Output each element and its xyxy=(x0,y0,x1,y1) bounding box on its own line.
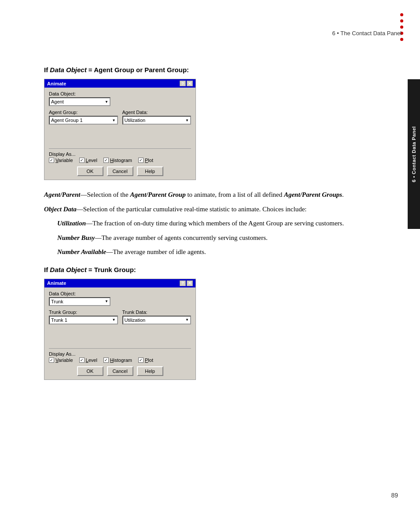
section2-help-button[interactable]: ? xyxy=(180,280,186,286)
main-content: If Data Object = Agent Group or Parent G… xyxy=(44,53,387,390)
trunk-checkbox-plot-box[interactable] xyxy=(138,357,144,363)
agent-data-select[interactable]: Utilization ▼ xyxy=(122,116,192,125)
chapter-number: 6 xyxy=(332,30,335,37)
agent-group-select[interactable]: Agent Group 1 ▼ xyxy=(49,116,118,125)
checkbox-plot[interactable]: Plot xyxy=(138,158,153,163)
para-agent-parent: Agent/Parent—Selection of the Agent/Pare… xyxy=(44,190,365,200)
top-dots-decoration xyxy=(400,13,403,41)
section2-dialog: Animate ? ✕ Data Object: Trunk ▼ Trunk G… xyxy=(44,279,196,380)
trunk-data-object-select[interactable]: Trunk ▼ xyxy=(49,297,111,306)
indent-number-busy: Number Busy—The average number of agents… xyxy=(57,233,365,243)
section1-dialog-title: Animate xyxy=(47,81,66,86)
trunk-help-button[interactable]: Help xyxy=(137,366,163,376)
trunk-row: Trunk Group: Trunk 1 ▼ Trunk Data: Utili… xyxy=(49,309,191,324)
help-button[interactable]: ? xyxy=(180,81,186,86)
section2-heading: If Data Object = Trunk Group: xyxy=(44,266,365,273)
agent-data-label: Agent Data: xyxy=(122,110,192,115)
section1-dialog: Animate ? ✕ Data Object: Agent ▼ Agent G… xyxy=(44,79,196,180)
section2-close-button[interactable]: ✕ xyxy=(187,280,193,286)
agent-group-col: Agent Group: Agent Group 1 ▼ xyxy=(49,110,118,125)
trunk-checkbox-level-box[interactable] xyxy=(79,357,85,363)
section2-dialog-body: Data Object: Trunk ▼ Trunk Group: Trunk … xyxy=(44,287,195,379)
trunk-group-label: Trunk Group: xyxy=(49,309,118,315)
agent-row: Agent Group: Agent Group 1 ▼ Agent Data:… xyxy=(49,110,191,125)
trunk-data-arrow: ▼ xyxy=(185,318,189,322)
trunk-cancel-button[interactable]: Cancel xyxy=(107,366,133,376)
trunk-checkbox-histogram[interactable]: Histogram xyxy=(103,357,132,363)
section1-dialog-body: Data Object: Agent ▼ Agent Group: Agent … xyxy=(44,88,195,180)
checkbox-plot-box[interactable] xyxy=(138,158,144,163)
side-tab: 6 • Contact Data Panel xyxy=(408,79,420,229)
trunk-group-select[interactable]: Trunk 1 ▼ xyxy=(49,316,118,324)
checkbox-histogram-box[interactable] xyxy=(103,158,109,163)
agent-group-label: Agent Group: xyxy=(49,110,118,115)
checkbox-variable[interactable]: Variable xyxy=(49,158,73,163)
trunk-checkbox-plot[interactable]: Plot xyxy=(138,357,153,363)
close-button[interactable]: ✕ xyxy=(187,81,193,86)
checkbox-histogram[interactable]: Histogram xyxy=(103,158,132,163)
data-object-select[interactable]: Agent ▼ xyxy=(49,97,111,106)
trunk-display-as-label: Display As... xyxy=(49,351,191,357)
data-object-row: Data Object: Agent ▼ xyxy=(49,91,191,106)
indent-number-available: Number Available—The average number of i… xyxy=(57,247,365,257)
trunk-empty-space xyxy=(49,328,191,346)
data-object-label: Data Object: xyxy=(49,91,191,96)
section2-titlebar-controls: ? ✕ xyxy=(180,280,193,286)
trunk-checkbox-level[interactable]: Level xyxy=(79,357,97,363)
ok-button[interactable]: OK xyxy=(77,166,103,176)
help-dialog-button[interactable]: Help xyxy=(137,166,163,176)
section2-dialog-title: Animate xyxy=(47,280,66,286)
cancel-button[interactable]: Cancel xyxy=(107,166,133,176)
section1-dialog-buttons: OK Cancel Help xyxy=(49,166,191,176)
trunk-data-select[interactable]: Utilization ▼ xyxy=(122,316,192,324)
display-as-row: Variable Level Histogram Plot xyxy=(49,158,191,163)
section1-dialog-titlebar: Animate ? ✕ xyxy=(44,79,195,88)
trunk-group-col: Trunk Group: Trunk 1 ▼ xyxy=(49,309,118,324)
trunk-ok-button[interactable]: OK xyxy=(77,366,103,376)
section2-heading-italic: Data Object xyxy=(50,266,86,273)
agent-group-arrow: ▼ xyxy=(112,118,116,122)
trunk-checkbox-variable-box[interactable] xyxy=(49,357,54,363)
trunk-group-arrow: ▼ xyxy=(112,318,116,322)
trunk-data-object-label: Data Object: xyxy=(49,291,191,296)
titlebar-controls: ? ✕ xyxy=(180,81,193,86)
header-title: The Contact Data Panel xyxy=(340,30,402,37)
section2-dialog-titlebar: Animate ? ✕ xyxy=(44,279,195,287)
trunk-data-label: Trunk Data: xyxy=(122,309,192,315)
display-as-label: Display As... xyxy=(49,151,191,157)
checkbox-level[interactable]: Level xyxy=(79,158,97,163)
trunk-divider xyxy=(49,348,191,349)
trunk-data-col: Trunk Data: Utilization ▼ xyxy=(122,309,192,324)
trunk-data-object-arrow: ▼ xyxy=(105,299,108,303)
section1-heading-italic: Data Object xyxy=(50,66,86,74)
data-object-arrow: ▼ xyxy=(105,100,108,104)
indent-utilization: Utilization—The fraction of on-duty time… xyxy=(57,218,365,228)
section2-dialog-buttons: OK Cancel Help xyxy=(49,366,191,376)
checkbox-level-box[interactable] xyxy=(79,158,85,163)
indent-items: Utilization—The fraction of on-duty time… xyxy=(44,218,365,257)
para-object-data: Object Data—Selection of the particular … xyxy=(44,204,365,214)
page-number: 89 xyxy=(391,492,398,499)
divider1 xyxy=(49,148,191,149)
agent-data-col: Agent Data: Utilization ▼ xyxy=(122,110,192,125)
page-header: 6 • The Contact Data Panel xyxy=(332,30,402,37)
checkbox-variable-box[interactable] xyxy=(49,158,54,163)
trunk-display-as-row: Variable Level Histogram Plot xyxy=(49,357,191,363)
empty-space xyxy=(49,128,191,146)
section1-heading: If Data Object = Agent Group or Parent G… xyxy=(44,66,365,74)
trunk-checkbox-histogram-box[interactable] xyxy=(103,357,109,363)
agent-data-arrow: ▼ xyxy=(185,118,189,122)
trunk-checkbox-variable[interactable]: Variable xyxy=(49,357,73,363)
trunk-data-object-row: Data Object: Trunk ▼ xyxy=(49,291,191,306)
